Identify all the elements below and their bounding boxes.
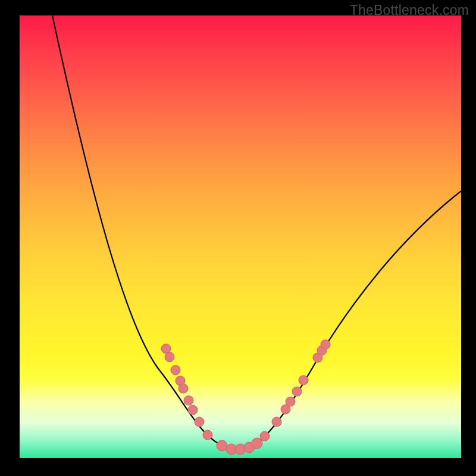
chart-svg xyxy=(20,15,461,458)
data-marker xyxy=(165,352,174,362)
data-marker xyxy=(178,384,188,393)
data-marker xyxy=(260,431,270,441)
markers-group xyxy=(161,340,330,455)
data-marker xyxy=(272,417,281,427)
data-marker xyxy=(195,417,204,427)
data-marker xyxy=(188,405,198,415)
data-marker xyxy=(321,340,330,349)
data-marker xyxy=(203,430,212,440)
watermark-text: TheBottleneck.com xyxy=(350,2,469,18)
chart-frame: TheBottleneck.com xyxy=(0,0,476,476)
data-marker xyxy=(299,375,308,385)
data-marker xyxy=(171,365,180,375)
bottleneck-curve xyxy=(52,15,461,450)
plot-area xyxy=(20,15,461,458)
data-marker xyxy=(217,440,227,451)
data-marker xyxy=(184,396,193,405)
data-marker xyxy=(286,397,295,406)
data-marker xyxy=(252,438,262,449)
data-marker xyxy=(292,387,302,396)
